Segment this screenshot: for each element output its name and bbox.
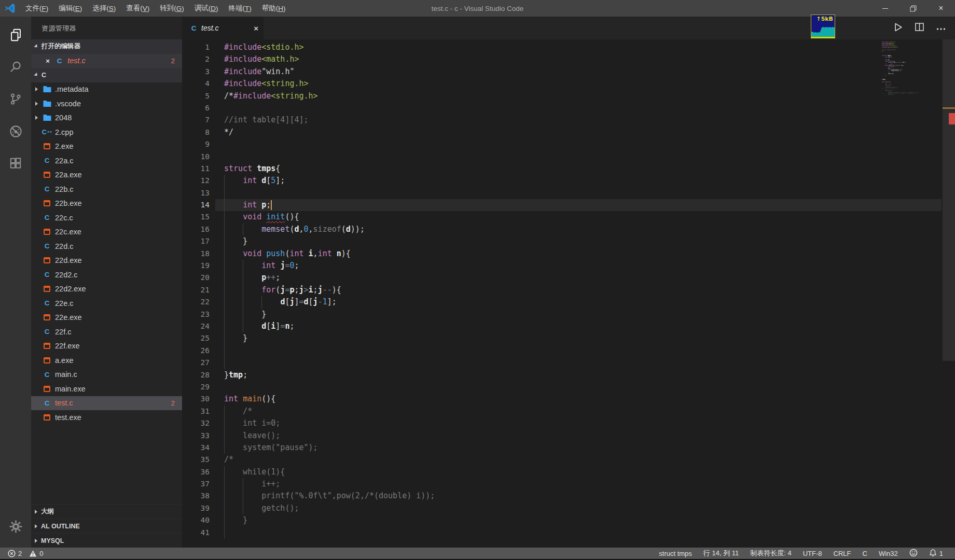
status-item-struct-tmps[interactable]: struct tmps — [653, 550, 698, 557]
menu-item-g[interactable]: 转到(G) — [155, 0, 189, 17]
tab-test-c[interactable]: C test.c × — [182, 17, 264, 39]
tree-item-22d2.c[interactable]: C22d2.c — [31, 268, 182, 282]
open-editor-item-test.c[interactable]: ×Ctest.c2 — [31, 54, 182, 68]
code-line[interactable]: 32 int i=0; — [182, 417, 955, 429]
vertical-scrollbar[interactable] — [943, 39, 955, 548]
status-item-行-14-列-11[interactable]: 行 14, 列 11 — [698, 549, 744, 558]
menu-item-t[interactable]: 终端(T) — [224, 0, 257, 17]
code-line[interactable]: 34 system("pause"); — [182, 442, 955, 454]
code-line[interactable]: 22 d[j]=d[j-1]; — [182, 296, 955, 308]
code-line[interactable]: 15 void init(){ — [182, 211, 955, 223]
error-count[interactable]: 2 — [5, 550, 24, 557]
code-line[interactable]: 40 } — [182, 514, 955, 526]
activity-extensions[interactable] — [0, 148, 31, 180]
menu-item-h[interactable]: 帮助(H) — [257, 0, 291, 17]
code-line[interactable]: 29 — [182, 381, 955, 393]
code-line[interactable]: 7//int table[4][4]; — [182, 114, 955, 126]
tree-item-22d.exe[interactable]: 22d.exe — [31, 254, 182, 268]
code-line[interactable]: 8*/ — [182, 127, 955, 138]
code-line[interactable]: 13 — [182, 187, 955, 199]
code-line[interactable]: 9 — [182, 138, 955, 150]
close-button[interactable]: × — [927, 0, 955, 17]
tree-item-22e.c[interactable]: C22e.c — [31, 296, 182, 311]
code-line[interactable]: 35/* — [182, 454, 955, 466]
code-editor[interactable]: 1#include<stdio.h>2#include<math.h>3#inc… — [182, 39, 955, 548]
tree-item-22c.exe[interactable]: 22c.exe — [31, 225, 182, 240]
code-line[interactable]: 16 memset(d,0,sizeof(d)); — [182, 223, 955, 235]
tree-item-22b.exe[interactable]: 22b.exe — [31, 197, 182, 211]
problems-status[interactable]: 2 0 — [0, 550, 46, 557]
status-item-win32[interactable]: Win32 — [873, 550, 904, 557]
menu-item-v[interactable]: 查看(V) — [121, 0, 155, 17]
code-line[interactable]: 12 int d[5]; — [182, 175, 955, 187]
menu-item-e[interactable]: 编辑(E) — [53, 0, 87, 17]
code-line[interactable]: 41 — [182, 527, 955, 539]
tree-item-22b.c[interactable]: C22b.c — [31, 182, 182, 197]
tree-item-test.exe[interactable]: test.exe — [31, 410, 182, 425]
code-line[interactable]: 14 int p; — [182, 199, 955, 211]
activity-debug[interactable] — [0, 116, 31, 148]
code-line[interactable]: 6 — [182, 102, 955, 114]
warning-count[interactable]: 0 — [26, 550, 46, 557]
scrollbar-slider[interactable] — [943, 39, 955, 361]
folder-section-header[interactable]: C — [31, 68, 182, 82]
code-line[interactable]: 38 printf("%.0f\t",pow(2,/*(double) i)); — [182, 490, 955, 502]
code-line[interactable]: 31 /* — [182, 405, 955, 417]
tree-item-22a.exe[interactable]: 22a.exe — [31, 168, 182, 183]
menu-item-s[interactable]: 选择(S) — [87, 0, 121, 17]
activity-source-control[interactable] — [0, 84, 31, 116]
section-al-outline[interactable]: AL OUTLINE — [31, 519, 182, 533]
section-mysql[interactable]: MYSQL — [31, 533, 182, 548]
tree-item-22d2.exe[interactable]: 22d2.exe — [31, 282, 182, 297]
tree-item-2.cpp[interactable]: C++2.cpp — [31, 125, 182, 139]
code-line[interactable]: 20 p++; — [182, 272, 955, 284]
status-item-crlf[interactable]: CRLF — [828, 550, 857, 557]
code-line[interactable]: 17 } — [182, 235, 955, 247]
activity-search[interactable] — [0, 52, 31, 84]
tree-item-main.exe[interactable]: main.exe — [31, 382, 182, 396]
code-line[interactable]: 1#include<stdio.h> — [182, 41, 955, 53]
code-line[interactable]: 39 getch(); — [182, 502, 955, 514]
minimap[interactable]: #include<stdio.h>#include<math.h>#includ… — [882, 41, 940, 99]
tree-item-a.exe[interactable]: a.exe — [31, 353, 182, 368]
tree-item-main.c[interactable]: Cmain.c — [31, 368, 182, 382]
close-editor-icon[interactable]: × — [44, 57, 52, 65]
status-item-c[interactable]: C — [857, 550, 873, 557]
activity-manage[interactable] — [0, 511, 31, 543]
code-line[interactable]: 24 d[i]=n; — [182, 320, 955, 332]
tree-item-2.exe[interactable]: 2.exe — [31, 139, 182, 154]
code-line[interactable]: 2#include<math.h> — [182, 53, 955, 65]
tree-item-2048[interactable]: 2048 — [31, 111, 182, 125]
code-line[interactable]: 4#include<string.h> — [182, 78, 955, 90]
code-line[interactable]: 18 void push(int i,int n){ — [182, 248, 955, 260]
code-line[interactable]: 19 int j=0; — [182, 260, 955, 272]
code-line[interactable]: 28}tmp; — [182, 369, 955, 381]
code-line[interactable]: 26 — [182, 345, 955, 357]
code-line[interactable]: 11struct tmps{ — [182, 163, 955, 175]
notifications-bell-button[interactable]: 1 — [923, 549, 949, 558]
tree-item-.metadata[interactable]: .metadata — [31, 82, 182, 97]
tree-item-22f.c[interactable]: C22f.c — [31, 325, 182, 339]
code-line[interactable]: 21 for(j=p;j>i;j--){ — [182, 284, 955, 296]
code-line[interactable]: 10 — [182, 151, 955, 163]
code-line[interactable]: 30int main(){ — [182, 393, 955, 405]
code-line[interactable]: 27 — [182, 357, 955, 369]
minimize-button[interactable] — [871, 0, 899, 17]
status-item-utf-8[interactable]: UTF-8 — [797, 550, 828, 557]
split-editor-button[interactable] — [915, 23, 924, 33]
restore-button[interactable] — [899, 0, 927, 17]
code-line[interactable]: 25 } — [182, 332, 955, 344]
tree-item-22f.exe[interactable]: 22f.exe — [31, 339, 182, 354]
code-line[interactable]: 37 i++; — [182, 478, 955, 490]
tree-item-22a.c[interactable]: C22a.c — [31, 153, 182, 168]
activity-explorer[interactable] — [0, 20, 31, 52]
section-大纲[interactable]: 大纲 — [31, 504, 182, 519]
tree-item-22e.exe[interactable]: 22e.exe — [31, 311, 182, 325]
tree-item-22c.c[interactable]: C22c.c — [31, 211, 182, 225]
feedback-smiley-button[interactable] — [904, 549, 923, 558]
tree-item-test.c[interactable]: Ctest.c2 — [31, 396, 182, 411]
network-speed-widget[interactable]: ↑5kB — [811, 15, 835, 38]
run-button[interactable] — [894, 23, 903, 34]
code-line[interactable]: 36 while(1){ — [182, 466, 955, 478]
code-line[interactable]: 3#include"win.h" — [182, 66, 955, 78]
